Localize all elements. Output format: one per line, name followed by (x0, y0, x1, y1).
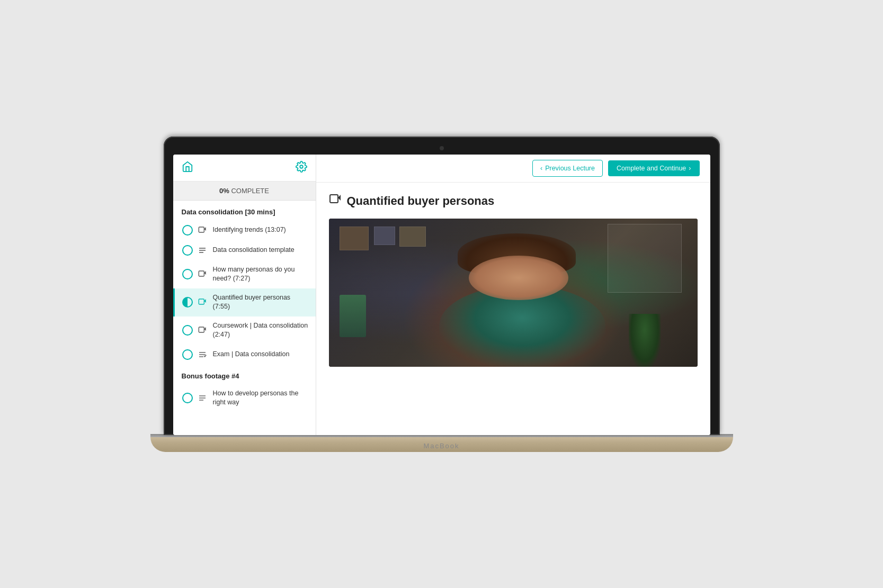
svg-rect-1 (199, 227, 204, 232)
svg-rect-18 (330, 195, 338, 203)
video-background (329, 219, 698, 367)
prev-lecture-label: Previous Lecture (545, 165, 595, 172)
prev-lecture-button[interactable]: ‹ Previous Lecture (532, 160, 603, 177)
lesson-circle-4 (182, 297, 193, 307)
list-item[interactable]: Data consolidation template (173, 240, 316, 260)
room-item (340, 295, 366, 337)
lesson-text-5: Coursework | Data consolidation (2:47) (213, 321, 309, 340)
picture-frame (374, 227, 395, 245)
sidebar-content: Data consolidation [30 mins] Identifying… (173, 201, 316, 435)
chevron-left-icon: ‹ (540, 165, 542, 172)
complete-continue-label: Complete and Continue (617, 165, 686, 172)
list-item[interactable]: How many personas do you need? (7:27) (173, 260, 316, 288)
lesson-text-7: How to develop personas the right way (213, 389, 309, 408)
svg-rect-10 (199, 327, 204, 332)
main-topbar: ‹ Previous Lecture Complete and Continue… (316, 155, 710, 183)
lesson-text-3: How many personas do you need? (7:27) (213, 265, 309, 284)
laptop-brand-label: MacBook (423, 442, 459, 452)
lesson-circle-6 (182, 349, 193, 360)
laptop-base: MacBook (150, 437, 733, 452)
lesson-text-1: Identifying trends (13:07) (213, 225, 309, 235)
video-play-icon (329, 193, 342, 209)
svg-rect-8 (199, 299, 204, 304)
list-item[interactable]: Coursework | Data consolidation (2:47) (173, 316, 316, 345)
laptop-camera (440, 146, 444, 150)
list-item[interactable]: How to develop personas the right way (173, 384, 316, 412)
list-item[interactable]: Exam | Data consolidation (173, 345, 316, 365)
content-body: Quantified buyer personas (316, 183, 710, 435)
picture-frame (340, 227, 369, 250)
sidebar-topbar (173, 155, 316, 182)
gear-icon[interactable] (296, 161, 307, 175)
progress-label: COMPLETE (231, 187, 269, 195)
lesson-text-4: Quantified buyer personas (7:55) (213, 293, 309, 312)
lesson-circle-1 (182, 225, 193, 236)
list-item[interactable]: Identifying trends (13:07) (173, 220, 316, 240)
list-item[interactable]: Quantified buyer personas (7:55) (173, 288, 316, 316)
video-player[interactable] (329, 219, 698, 367)
plant (629, 314, 661, 367)
lesson-circle-7 (182, 393, 193, 403)
lesson-circle-5 (182, 325, 193, 336)
video-icon (198, 298, 208, 306)
lesson-circle-2 (182, 245, 193, 256)
video-icon (198, 326, 208, 334)
lecture-title: Quantified buyer personas (329, 193, 698, 209)
lecture-title-text: Quantified buyer personas (347, 194, 495, 208)
sidebar-progress: 0% COMPLETE (173, 182, 316, 201)
chevron-right-icon: › (689, 165, 691, 172)
svg-point-0 (300, 165, 303, 168)
video-icon (198, 226, 208, 234)
laptop-bezel: 0% COMPLETE Data consolidation [30 mins] (164, 137, 720, 435)
progress-percent: 0% (219, 187, 229, 195)
lesson-text-6: Exam | Data consolidation (213, 350, 309, 359)
lesson-circle-3 (182, 269, 193, 279)
laptop-screen: 0% COMPLETE Data consolidation [30 mins] (173, 155, 710, 435)
laptop-wrapper: 0% COMPLETE Data consolidation [30 mins] (150, 137, 733, 452)
face-figure (469, 256, 568, 300)
exam-icon (198, 350, 208, 359)
section-header-2: Bonus footage #4 (173, 365, 316, 384)
video-thumbnail (329, 219, 698, 367)
lesson-text-2: Data consolidation template (213, 246, 309, 255)
sidebar: 0% COMPLETE Data consolidation [30 mins] (173, 155, 316, 435)
complete-continue-button[interactable]: Complete and Continue › (608, 160, 700, 176)
section-header-1: Data consolidation [30 mins] (173, 201, 316, 220)
app-container: 0% COMPLETE Data consolidation [30 mins] (173, 155, 710, 435)
main-content: ‹ Previous Lecture Complete and Continue… (316, 155, 710, 435)
video-icon (198, 270, 208, 278)
picture-frame (399, 227, 426, 247)
svg-rect-6 (199, 271, 204, 276)
home-icon[interactable] (182, 161, 193, 175)
text-icon (198, 246, 208, 255)
text-icon (198, 394, 208, 402)
